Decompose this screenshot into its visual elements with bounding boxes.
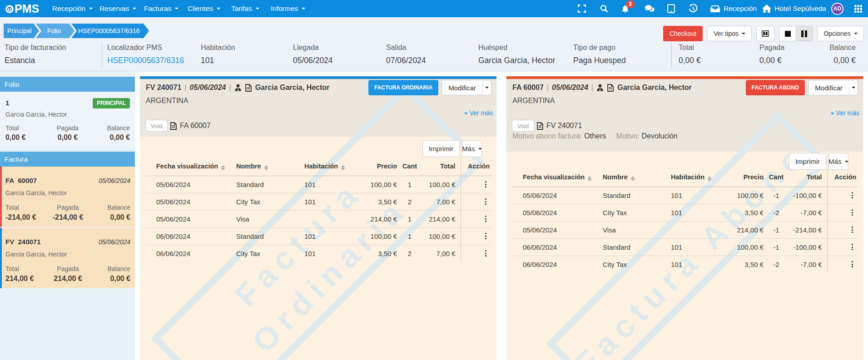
- svg-text:Principal: Principal: [7, 27, 32, 35]
- svg-text:Folio: Folio: [47, 27, 61, 35]
- svg-text:HSEP00005637/6316: HSEP00005637/6316: [78, 27, 140, 35]
